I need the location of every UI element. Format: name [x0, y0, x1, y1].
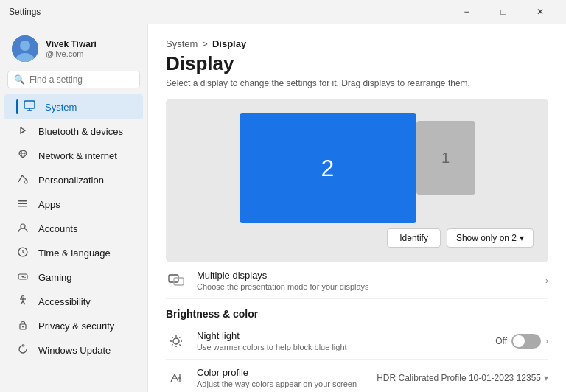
sidebar-item-gaming[interactable]: Gaming [4, 265, 143, 290]
svg-line-38 [179, 337, 180, 337]
privacy-label: Privacy & security [38, 321, 114, 332]
user-email: @live.com [46, 49, 97, 58]
user-name: Vivek Tiwari [46, 39, 97, 49]
display-preview-area: 2 1 Identify [166, 99, 548, 262]
system-label: System [45, 102, 77, 113]
color-profile-text: Color profile Adjust the way colors appe… [197, 367, 366, 388]
sidebar-item-bluetooth[interactable]: Bluetooth & devices [4, 119, 143, 144]
color-profile-value: HDR Calibrated Profile 10-01-2023 12355 [377, 373, 541, 383]
svg-line-39 [172, 344, 172, 345]
time-icon [16, 246, 29, 260]
show-only-dropdown[interactable]: Show only on 2 ▾ [447, 228, 534, 248]
night-light-desc: Use warmer colors to help block blue lig… [197, 343, 485, 351]
update-icon [16, 343, 29, 357]
maximize-button[interactable]: □ [486, 0, 520, 24]
apps-icon [16, 197, 29, 211]
accessibility-label: Accessibility [38, 296, 91, 307]
sidebar-item-accessibility[interactable]: Accessibility [4, 290, 143, 314]
svg-rect-9 [18, 203, 27, 205]
page-title: Display [166, 52, 548, 75]
night-light-toggle[interactable] [511, 334, 541, 349]
sidebar-item-personalization[interactable]: Personalization [4, 168, 143, 192]
gaming-label: Gaming [38, 272, 72, 283]
color-profile-icon [166, 368, 186, 388]
color-profile-dropdown-icon: ▾ [544, 373, 548, 383]
night-light-chevron: › [545, 336, 548, 346]
accessibility-icon [16, 295, 29, 309]
sidebar-item-update[interactable]: Windows Update [4, 338, 143, 363]
color-profile-action[interactable]: HDR Calibrated Profile 10-01-2023 12355 … [377, 373, 548, 383]
monitors-wrapper: 2 1 [240, 113, 475, 223]
multiple-displays-text: Multiple displays Choose the presentatio… [197, 270, 535, 291]
app-title: Settings [9, 7, 41, 17]
svg-point-18 [24, 276, 25, 276]
breadcrumb: System > Display [166, 38, 548, 49]
apps-label: Apps [38, 199, 60, 210]
svg-point-1 [20, 41, 30, 51]
personalization-label: Personalization [38, 175, 104, 186]
svg-line-37 [179, 344, 180, 345]
sidebar-item-system[interactable]: System [4, 94, 143, 119]
system-icon [23, 100, 36, 114]
svg-point-19 [24, 277, 25, 278]
sidebar-item-time[interactable]: Time & language [4, 241, 143, 265]
color-profile-row: Color profile Adjust the way colors appe… [166, 360, 548, 392]
personalization-icon [16, 173, 29, 187]
svg-line-36 [172, 337, 172, 337]
accounts-icon [16, 222, 29, 236]
svg-rect-8 [18, 200, 27, 202]
multiple-displays-row[interactable]: Multiple displays Choose the presentatio… [166, 262, 548, 299]
search-box[interactable]: 🔍 [7, 71, 140, 88]
svg-rect-10 [18, 206, 27, 207]
user-profile: Vivek Tiwari @live.com [0, 29, 147, 71]
sidebar-item-privacy[interactable]: Privacy & security [4, 314, 143, 338]
night-light-text: Night light Use warmer colors to help bl… [197, 330, 485, 351]
network-icon [16, 149, 29, 163]
avatar [12, 35, 38, 62]
night-light-label: Night light [197, 330, 485, 341]
color-profile-desc: Adjust the way colors appear on your scr… [197, 379, 366, 388]
multiple-displays-label: Multiple displays [197, 270, 535, 281]
display-actions: Identify Show only on 2 ▾ [387, 228, 534, 248]
svg-line-24 [23, 301, 25, 304]
search-icon: 🔍 [14, 74, 25, 85]
breadcrumb-separator: > [202, 38, 208, 49]
breadcrumb-current: Display [212, 38, 246, 49]
identify-button[interactable]: Identify [387, 228, 441, 248]
dropdown-arrow-icon: ▾ [520, 233, 524, 243]
multiple-displays-desc: Choose the presentation mode for your di… [197, 282, 535, 291]
svg-rect-3 [24, 101, 35, 108]
svg-line-14 [23, 253, 25, 254]
accounts-label: Accounts [38, 223, 77, 234]
main-content: System > Display Display Select a displa… [147, 24, 566, 392]
svg-point-20 [22, 296, 24, 298]
night-light-row: Night light Use warmer colors to help bl… [166, 323, 548, 360]
page-subtitle: Select a display to change the settings … [166, 78, 548, 88]
svg-point-11 [21, 224, 25, 228]
search-input[interactable] [29, 74, 140, 85]
sidebar-item-accounts[interactable]: Accounts [4, 217, 143, 241]
multiple-displays-icon [166, 270, 186, 291]
titlebar: Settings − □ ✕ [0, 0, 566, 24]
sidebar-item-apps[interactable]: Apps [4, 192, 143, 217]
close-button[interactable]: ✕ [523, 0, 557, 24]
monitor-2[interactable]: 2 [240, 113, 416, 223]
color-profile-label: Color profile [197, 367, 366, 378]
privacy-icon [16, 319, 29, 333]
night-light-icon [166, 331, 186, 351]
night-light-action: Off › [495, 334, 548, 349]
svg-line-23 [21, 301, 23, 304]
window-controls: − □ ✕ [450, 0, 557, 24]
svg-point-31 [173, 338, 179, 344]
svg-point-26 [22, 326, 24, 328]
minimize-button[interactable]: − [450, 0, 483, 24]
multiple-displays-chevron: › [545, 276, 548, 286]
night-light-value: Off [495, 336, 507, 346]
monitor-1[interactable]: 1 [416, 121, 475, 195]
update-label: Windows Update [38, 345, 111, 356]
sidebar-item-network[interactable]: Network & internet [4, 144, 143, 168]
gaming-icon [16, 270, 29, 284]
breadcrumb-parent: System [166, 38, 198, 49]
time-label: Time & language [38, 248, 111, 259]
bluetooth-label: Bluetooth & devices [38, 126, 123, 137]
